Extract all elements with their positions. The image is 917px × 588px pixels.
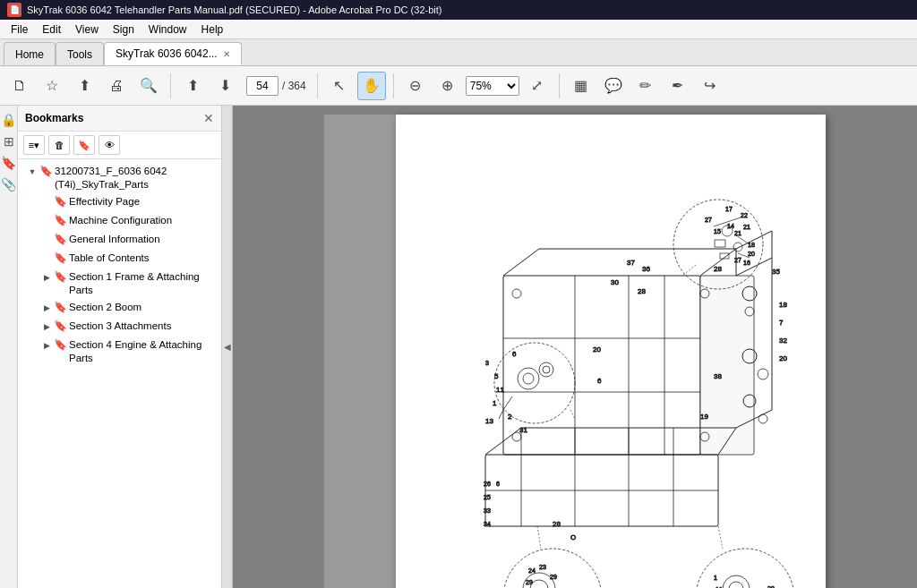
- svg-text:20: 20: [593, 345, 601, 354]
- hand-tool-button[interactable]: ✋: [357, 72, 386, 100]
- svg-text:1: 1: [493, 399, 497, 407]
- bookmark-section4-toggle[interactable]: ▶: [39, 339, 54, 354]
- menu-sign[interactable]: Sign: [106, 21, 141, 38]
- bookmark-section4[interactable]: ▶ 🔖 Section 4 Engine & Attaching Parts: [18, 337, 221, 367]
- svg-text:28: 28: [714, 265, 722, 273]
- menu-help[interactable]: Help: [194, 21, 231, 38]
- layers-icon[interactable]: ⊞: [4, 134, 14, 149]
- bookmark-section2-toggle[interactable]: ▶: [39, 302, 54, 316]
- separator-1: [170, 73, 171, 98]
- svg-point-89: [530, 580, 548, 588]
- pdf-viewer[interactable]: 28 35 18 7 32 20 38 19 13 36 28: [233, 106, 917, 588]
- prev-page-button[interactable]: ⬆: [178, 72, 207, 100]
- paperclip-icon[interactable]: 📎: [1, 177, 16, 192]
- svg-text:32: 32: [779, 337, 787, 345]
- print-button[interactable]: 🖨: [102, 72, 131, 100]
- zoom-in-button[interactable]: ⊕: [433, 72, 462, 100]
- tab-document-label: SkyTrak 6036 6042...: [116, 47, 218, 60]
- svg-point-97: [696, 549, 794, 588]
- bookmark-general-label: General Information: [69, 233, 218, 246]
- bookmark-section3[interactable]: ▶ 🔖 Section 3 Attachments: [18, 318, 221, 337]
- fit-page-button[interactable]: ⤢: [523, 72, 552, 100]
- bookmarks-delete-button[interactable]: 🗑: [48, 135, 70, 155]
- svg-line-108: [570, 410, 575, 419]
- search-button[interactable]: 🔍: [134, 72, 163, 100]
- bookmark-section3-toggle[interactable]: ▶: [39, 320, 54, 335]
- bookmarks-close-button[interactable]: ✕: [203, 111, 214, 125]
- svg-text:17: 17: [725, 206, 733, 212]
- svg-line-23: [736, 258, 772, 276]
- zoom-out-button[interactable]: ⊖: [401, 72, 430, 100]
- menu-window[interactable]: Window: [141, 21, 194, 38]
- bookmarks-header: Bookmarks ✕: [18, 106, 221, 132]
- bookmark-section1[interactable]: ▶ 🔖 Section 1 Frame & Attaching Parts: [18, 268, 221, 299]
- tab-close-button[interactable]: ✕: [223, 49, 230, 59]
- bookmark-machine-icon: 🔖: [54, 215, 66, 227]
- bookmarks-menu-button[interactable]: ≡▾: [23, 135, 45, 155]
- bookmark-effectivity-label: Effectivity Page: [69, 195, 218, 209]
- next-page-button[interactable]: ⬇: [210, 72, 239, 100]
- lock-icon[interactable]: 🔒: [1, 113, 16, 127]
- bookmark-machine-toggle: [39, 215, 54, 229]
- svg-text:34: 34: [484, 521, 491, 527]
- panel-collapse-handle[interactable]: ◀: [222, 106, 233, 588]
- menu-file[interactable]: File: [4, 21, 35, 38]
- title-bar-text: SkyTrak 6036 6042 Telehandler Parts Manu…: [27, 4, 441, 15]
- tab-tools[interactable]: Tools: [56, 42, 104, 65]
- bookmark-toc-icon: 🔖: [54, 252, 66, 265]
- select-tool-button[interactable]: ↖: [325, 72, 354, 100]
- spreadsheet-button[interactable]: ▦: [567, 72, 596, 100]
- tab-home[interactable]: Home: [4, 42, 56, 65]
- svg-text:37: 37: [627, 259, 635, 267]
- bookmark-root-toggle[interactable]: ▼: [25, 166, 39, 180]
- share-button[interactable]: ↪: [696, 72, 724, 100]
- svg-text:20: 20: [779, 354, 787, 362]
- bookmark-root[interactable]: ▼ 🔖 31200731_F_6036 6042 (T4i)_SkyTrak_P…: [18, 163, 221, 193]
- bookmark-section2[interactable]: ▶ 🔖 Section 2 Boom: [18, 299, 221, 318]
- bookmark-section4-icon: 🔖: [54, 339, 66, 352]
- menu-edit[interactable]: Edit: [35, 21, 68, 38]
- svg-line-81: [736, 235, 750, 244]
- tab-home-label: Home: [15, 48, 44, 61]
- svg-point-49: [523, 373, 534, 384]
- app-icon: 📄: [7, 3, 21, 17]
- new-file-button[interactable]: 🗋: [5, 72, 34, 100]
- comment-button[interactable]: 💬: [599, 72, 628, 100]
- bookmarks-expand-button[interactable]: 🔖: [73, 135, 95, 155]
- svg-text:3: 3: [485, 360, 489, 366]
- highlight-button[interactable]: ✏: [631, 72, 660, 100]
- bookmark-section1-toggle[interactable]: ▶: [39, 271, 54, 285]
- bookmark-toc[interactable]: 🔖 Table of Contents: [18, 250, 221, 268]
- tab-document[interactable]: SkyTrak 6036 6042... ✕: [104, 42, 242, 65]
- svg-text:1: 1: [714, 575, 717, 581]
- bookmark-button[interactable]: ☆: [38, 72, 66, 100]
- svg-point-32: [512, 289, 521, 298]
- stamp-button[interactable]: ✒: [664, 72, 692, 100]
- menu-view[interactable]: View: [68, 21, 106, 38]
- bookmark-machine-config[interactable]: 🔖 Machine Configuration: [18, 212, 221, 231]
- zoom-select[interactable]: 75% 50% 100% 125% 150%: [466, 76, 519, 96]
- svg-text:20: 20: [748, 251, 755, 257]
- svg-text:14: 14: [727, 223, 734, 229]
- cloud-button[interactable]: ⬆: [70, 72, 99, 100]
- page-input[interactable]: [246, 76, 279, 96]
- bookmark-section1-icon: 🔖: [54, 271, 66, 284]
- bookmarks-view-button[interactable]: 👁: [99, 135, 120, 155]
- svg-line-1: [503, 249, 539, 276]
- bookmark-section1-label: Section 1 Frame & Attaching Parts: [69, 270, 218, 297]
- bookmarks-title: Bookmarks: [25, 112, 83, 124]
- svg-text:11: 11: [496, 386, 504, 394]
- page-total: / 364: [282, 80, 306, 92]
- bookmarks-list: ▼ 🔖 31200731_F_6036 6042 (T4i)_SkyTrak_P…: [18, 159, 221, 588]
- bookmark-section2-label: Section 2 Boom: [69, 301, 218, 314]
- svg-text:16: 16: [743, 260, 750, 266]
- svg-text:28: 28: [638, 287, 646, 295]
- svg-text:27: 27: [705, 217, 712, 223]
- svg-line-53: [499, 410, 503, 419]
- bookmark-general-info[interactable]: 🔖 General Information: [18, 231, 221, 250]
- svg-point-29: [758, 369, 768, 379]
- svg-point-48: [518, 368, 539, 389]
- bookmarks-nav-icon[interactable]: 🔖: [1, 156, 16, 170]
- svg-text:15: 15: [714, 228, 721, 234]
- bookmark-effectivity[interactable]: 🔖 Effectivity Page: [18, 193, 221, 212]
